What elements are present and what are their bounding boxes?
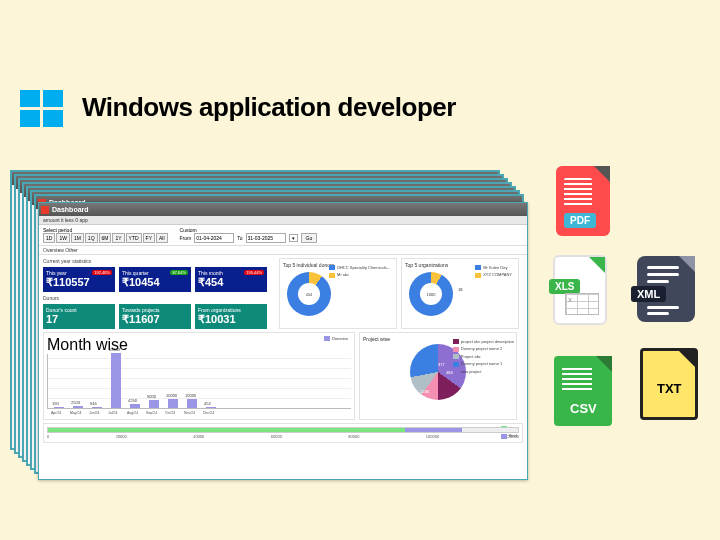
legend-item: new project [453,369,514,374]
dashboard-window: Dashboard amount it less 0 app Select pe… [38,202,528,480]
bar-Oct/24: 10000Oct/24 [168,399,178,408]
stat-value: ₹454 [198,276,264,289]
legend-item: Project abc [453,354,514,359]
pie-label: 483 [446,370,453,375]
stat-towards-projects: Towards projects ₹11607 [119,304,191,329]
bar-Jun/24: 946Jun/24 [92,407,102,408]
xls-file-icon: XLS X [553,255,607,325]
period-all[interactable]: All [156,233,168,243]
to-label: To [237,235,242,241]
file-label: XLS [549,279,580,294]
stat-from-orgs: From organizations ₹10031 [195,304,267,329]
period-6m[interactable]: 6M [99,233,112,243]
period-1m[interactable]: 1M [71,233,84,243]
window-stack: Dashboard Dashboard Dashboard Dashboard … [10,170,520,470]
period-1d[interactable]: 1D [43,233,55,243]
bar-Apr/24: 190Apr/24 [54,407,64,408]
legend-item: Dummy project name 2 [453,346,514,351]
bar-Sep/24: 9000Sep/24 [149,400,159,408]
file-label: TXT [651,379,688,398]
donut-chart-orgs: 1000 [409,272,453,316]
window-title: Dashboard [52,206,89,213]
pie-label: 1236 [420,389,429,394]
legend-item: Mr Kulen Dey [475,265,512,270]
app-icon [41,206,49,214]
donut-center: 1000 [420,283,442,305]
bar-Jul/24: 59639Jul/24 [111,353,121,408]
stat-value: ₹110557 [46,276,112,289]
pie-label: 377 [438,362,445,367]
stat-this-year: 192.46% This year ₹110557 [43,267,115,292]
stat-badge: 192.46% [92,270,112,275]
file-label: PDF [564,213,596,228]
hbar-scale: 020000400006000080000100000120000 [47,434,519,439]
donors-section-title: Donors [43,295,275,301]
hbar-track [47,427,519,433]
date-picker-icon[interactable]: ▾ [289,234,298,242]
donut-side-value: 18 [458,287,462,292]
page-headline: Windows application developer [82,92,456,123]
window-subtitle: amount it less 0 app [39,216,527,225]
legend-item: Donation [324,336,348,341]
go-button[interactable]: Go [301,233,318,243]
from-label: From [180,235,192,241]
csv-file-icon: CSV [554,356,612,426]
stat-value: ₹10031 [198,313,264,326]
period-1w[interactable]: 1W [56,233,70,243]
donut-chart-donors: 454 [287,272,331,316]
txt-file-icon: TXT [640,348,698,420]
bar-Dec/24: 454Dec/24 [206,407,216,408]
period-buttons: 1D 1W 1M 1Q 6M 1Y YTD FY All [43,233,168,243]
xml-file-icon: XML [637,256,695,322]
file-label: CSV [564,399,603,418]
bar-Nov/24: 10000Nov/24 [187,399,197,408]
top5-donors-panel: Top 5 individual donors 454 DHCC Special… [279,258,397,329]
period-ytd[interactable]: YTD [126,233,142,243]
panel-title: Month wise [47,336,351,354]
project-wise-panel: Project wise 1236 377 483 project abc pr… [359,332,517,420]
top5-orgs-panel: Top 5 organizations 1000 18 Mr Kulen Dey… [401,258,519,329]
bar-chart: 190Apr/242503May/24946Jun/2459639Jul/244… [47,354,351,409]
stat-donor-count: Donor's count 17 [43,304,115,329]
filter-bar: Select period 1D 1W 1M 1Q 6M 1Y YTD FY A… [39,225,527,246]
legend-item: DHCC Speciality Chemicals... [329,265,390,270]
legend-item: Dummy project name 1 [453,361,514,366]
legend-item: project abc project description [453,339,514,344]
windows-logo-icon [20,90,65,130]
period-1y[interactable]: 1Y [112,233,124,243]
donut-center: 454 [298,283,320,305]
stat-value: ₹11607 [122,313,188,326]
stat-badge: 195.44% [244,270,264,275]
period-1q[interactable]: 1Q [85,233,98,243]
to-date-input[interactable] [246,233,286,243]
month-wise-panel: Month wise Donation 190Apr/242503May/249… [43,332,355,420]
cash-kind-panel: CashKind 0200004000060000800001000001200… [43,423,523,443]
legend-item: Kind [501,433,518,438]
bar-May/24: 2503May/24 [73,406,83,408]
pdf-file-icon: PDF [556,166,610,236]
stat-this-quarter: 87.64% This quarter ₹10454 [119,267,191,292]
from-date-input[interactable] [194,233,234,243]
file-label: XML [631,286,666,302]
period-fy[interactable]: FY [143,233,155,243]
stat-this-month: 195.44% This month ₹454 [195,267,267,292]
tabs[interactable]: Overview Other [39,246,527,255]
stat-value: 17 [46,313,112,325]
stats-section-title: Current year statistics [43,258,275,264]
bar-Aug/24: 4290Aug/24 [130,404,140,408]
titlebar: Dashboard [39,203,527,216]
stat-badge: 87.64% [170,270,188,275]
stat-value: ₹10454 [122,276,188,289]
legend-item: Mr abc [329,272,390,277]
legend-item: XYZ COMPANY [475,272,512,277]
